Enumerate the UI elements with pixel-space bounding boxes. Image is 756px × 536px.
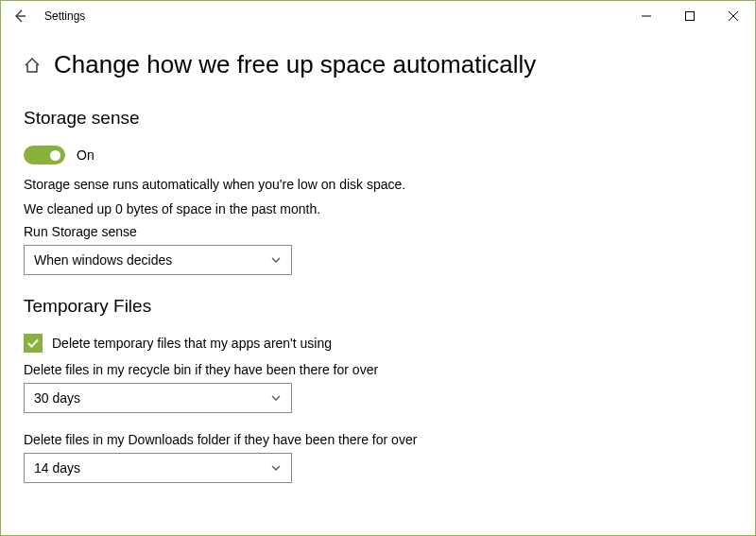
downloads-select[interactable]: 14 days xyxy=(24,453,292,483)
heading-temporary-files: Temporary Files xyxy=(24,296,732,317)
content-area: Change how we free up space automaticall… xyxy=(1,31,755,483)
recycle-bin-label: Delete files in my recycle bin if they h… xyxy=(24,362,732,377)
chevron-down-icon xyxy=(270,254,282,266)
page-title: Change how we free up space automaticall… xyxy=(54,50,536,79)
heading-storage-sense: Storage sense xyxy=(24,108,732,129)
run-storage-sense-label: Run Storage sense xyxy=(24,224,732,239)
storage-sense-desc-1: Storage sense runs automatically when yo… xyxy=(24,176,732,195)
section-storage-sense: Storage sense On Storage sense runs auto… xyxy=(24,108,732,275)
toggle-storage-sense[interactable]: On xyxy=(24,146,732,164)
home-icon[interactable] xyxy=(24,57,41,74)
minimize-button[interactable] xyxy=(625,1,668,31)
chevron-down-icon xyxy=(270,392,282,404)
close-button[interactable] xyxy=(712,1,755,31)
titlebar: Settings xyxy=(1,1,755,31)
recycle-bin-value: 30 days xyxy=(34,390,80,406)
checkbox-checked-icon xyxy=(24,334,43,353)
back-button[interactable] xyxy=(12,9,27,24)
toggle-state-label: On xyxy=(77,147,94,163)
app-title: Settings xyxy=(44,9,85,23)
toggle-switch-icon xyxy=(24,146,65,164)
svg-rect-2 xyxy=(686,12,695,21)
storage-sense-desc-2: We cleaned up 0 bytes of space in the pa… xyxy=(24,200,732,219)
section-temporary-files: Temporary Files Delete temporary files t… xyxy=(24,296,732,483)
delete-temp-files-checkbox[interactable]: Delete temporary files that my apps aren… xyxy=(24,334,732,353)
downloads-label: Delete files in my Downloads folder if t… xyxy=(24,432,732,447)
maximize-button[interactable] xyxy=(668,1,712,31)
page-header: Change how we free up space automaticall… xyxy=(24,50,732,79)
delete-temp-files-label: Delete temporary files that my apps aren… xyxy=(52,336,332,351)
run-storage-sense-select[interactable]: When windows decides xyxy=(24,245,292,275)
recycle-bin-select[interactable]: 30 days xyxy=(24,383,292,413)
downloads-value: 14 days xyxy=(34,460,80,475)
window-controls xyxy=(625,1,755,31)
run-storage-sense-value: When windows decides xyxy=(34,252,172,268)
chevron-down-icon xyxy=(270,462,282,474)
